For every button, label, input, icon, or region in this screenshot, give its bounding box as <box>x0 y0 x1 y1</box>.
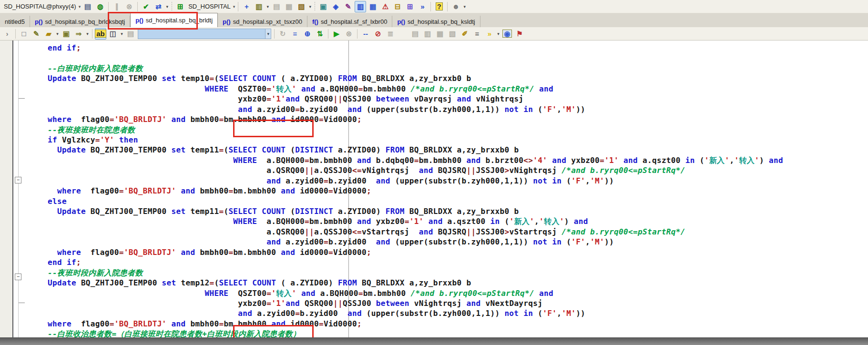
web-globe-icon[interactable]: ◍ <box>94 1 106 12</box>
numbered-doc-icon[interactable]: ⊟ <box>392 1 403 12</box>
tab-ntitled5[interactable]: ntitled5 <box>0 16 30 27</box>
session-tree-icon[interactable]: ⊞ <box>174 1 186 12</box>
export-folder-icon[interactable]: ▧ <box>296 1 307 12</box>
beautify-icon[interactable]: ✐ <box>459 28 470 40</box>
db-export-icon-dropdown[interactable]: ▾ <box>85 29 90 39</box>
debug-disabled-icon[interactable]: ⊘ <box>372 28 384 40</box>
session-selector[interactable]: SD_HOSPITAL@phxyy(4) ▾ <box>2 1 82 12</box>
edit-doc-icon[interactable]: ✎ <box>342 1 354 12</box>
code-editor[interactable]: − − end if;--白班时段内新入院患者数Update BQ_ZHTJ00… <box>0 41 868 337</box>
tab-sd_hospital.sf_sf_lxbr00[interactable]: f()sd_hospital.sf_sf_lxbr00 <box>307 16 392 27</box>
schema-selector[interactable]: SD_HOSPITAL ▾ <box>186 1 236 12</box>
code-line[interactable]: where flag00='BQ_BRLDTJ' and bmbh00=bm.b… <box>48 114 868 124</box>
execute-icon[interactable]: ▶ <box>331 28 342 40</box>
save-icon: ▣ <box>63 30 70 37</box>
chevron-down-icon[interactable]: ▾ <box>233 4 235 9</box>
sql-analyze-icon[interactable]: ⚠ <box>379 1 391 12</box>
comment-icon: -- <box>363 30 368 37</box>
code-line[interactable]: --夜班接班时在院患者数 <box>48 125 868 135</box>
code-line[interactable]: --白班时段内新入院患者数 <box>48 63 868 73</box>
user-preferences-icon[interactable]: ☻ <box>450 1 461 12</box>
code-line[interactable]: --夜班时段内新入院患者数 <box>48 268 868 278</box>
tab-sd_hospital.sp_bq_brldksbqtj[interactable]: p()sd_hospital.sp_bq_brldksbqtj <box>30 16 130 27</box>
add-session-icon[interactable]: + <box>241 1 252 12</box>
find-input[interactable]: ▾ <box>138 29 271 39</box>
code-line[interactable] <box>48 53 868 63</box>
code-line[interactable]: where flag00='BQ_BRLDTJ' and bmbh00=bm.b… <box>48 247 868 257</box>
code-line[interactable]: WHERE QSZT00='转入' and a.BQH000=bm.bmbh00… <box>48 84 868 94</box>
rollback-icon-dropdown[interactable]: ▾ <box>164 2 170 11</box>
org-chart-icon[interactable]: ⊞ <box>404 1 416 12</box>
sql-doc-icon[interactable]: ≡ <box>289 28 301 40</box>
toolbar-separator <box>92 29 92 39</box>
code-line[interactable]: Update BQ_ZHTJ00_TEMP00 set temp12=(SELE… <box>48 278 868 288</box>
code-line[interactable]: where flag00='BQ_BRLDTJ' and bmbh00=bm.b… <box>48 319 868 329</box>
outline-icon[interactable]: ≡ <box>471 28 483 40</box>
code-line[interactable]: and a.zyid00=b.zyid00 and (upper(substr(… <box>48 104 868 114</box>
new-document-icon[interactable]: □ <box>18 28 30 40</box>
tab-sd_hospital.sp_bq_brldtj[interactable]: p()sd_hospital.sp_bq_brldtj <box>130 13 218 27</box>
code-line[interactable]: Update BQ_ZHTJ00_TEMP00 set temp10=(SELE… <box>48 73 868 83</box>
split-window-icon[interactable]: ◫ <box>107 28 119 40</box>
overflow-chevron-icon[interactable]: › <box>1 28 13 40</box>
open-folder-icon-dropdown[interactable]: ▾ <box>55 29 60 39</box>
code-line[interactable]: Update BQ_ZHTJ00_TEMP00 set temp11=(SELE… <box>48 206 868 216</box>
hint-icon[interactable]: ◉ <box>501 28 513 40</box>
report-window-icon[interactable]: ▣ <box>317 1 329 12</box>
sql-window-icon[interactable]: ▥ <box>355 1 366 12</box>
code-line[interactable]: a.QSRQ00||a.QSSJ00<=vNightrqsj and BQJSR… <box>48 165 868 175</box>
next-marker-icon[interactable]: » <box>484 28 495 40</box>
split-window-icon: ◫ <box>110 30 116 37</box>
next-marker-icon-dropdown[interactable]: ▾ <box>496 29 501 39</box>
substitution-variables-icon[interactable]: ab <box>95 28 106 40</box>
code-line[interactable]: WHERE QSZT00='转入' and a.BQH000=bm.bmbh00… <box>48 288 868 298</box>
bottom-scrollbar[interactable] <box>0 337 868 345</box>
code-line[interactable]: --白班收治患者数=（白班接班时在院患者数+白班时段内新入院患者数） <box>48 329 868 337</box>
code-line[interactable]: WHERE a.BQH000=bm.bmbh00 and b.dqbq00=bm… <box>48 155 868 165</box>
code-line[interactable]: a.QSRQ00||a.QSSJ00<=vStartrqsj and BQJSR… <box>48 227 868 237</box>
chevron-down-icon[interactable]: ▾ <box>265 29 271 39</box>
comment-icon[interactable]: -- <box>360 28 371 40</box>
code-line[interactable]: end if; <box>48 257 868 267</box>
save-icon[interactable]: ▣ <box>61 28 72 40</box>
split-window-icon-dropdown[interactable]: ▾ <box>119 29 124 39</box>
compare-icon[interactable]: ⇅ <box>314 28 326 40</box>
db-gear-icon[interactable]: ▤ <box>82 1 93 12</box>
fast-forward-icon[interactable]: » <box>417 1 428 12</box>
open-folder-icon[interactable]: ▰ <box>43 28 54 40</box>
help-icon: ? <box>436 2 443 10</box>
code-line[interactable]: and a.zyid00=b.zyid00 and (upper(substr(… <box>48 308 868 318</box>
code-line[interactable]: where flag00='BQ_BRLDTJ' and bmbh00=bm.b… <box>48 186 868 196</box>
calendar-icon[interactable]: ▦ <box>367 1 378 12</box>
code-line[interactable]: and a.zyid00=b.zyid00 and (upper(substr(… <box>48 176 868 186</box>
db-wheel-icon[interactable]: ◈ <box>330 1 341 12</box>
code-line[interactable]: if Vglzkcy='Y' then <box>48 135 868 145</box>
help-icon[interactable]: ? <box>433 1 445 12</box>
code-line[interactable]: end if; <box>48 43 868 53</box>
user-preferences-icon-dropdown[interactable]: ▾ <box>462 2 467 11</box>
modify-document-icon[interactable]: ✎ <box>31 28 42 40</box>
code-line[interactable]: else <box>48 196 868 206</box>
code-line[interactable]: yxbz00='1'and QSRQ00||QSSJ00 between vNi… <box>48 298 868 308</box>
toolbar-separator <box>238 2 238 11</box>
tab-label: ntitled5 <box>5 18 25 25</box>
rollback-icon[interactable]: ⇄ <box>153 1 164 12</box>
db-1010-icon[interactable]: ▥ <box>253 1 265 12</box>
chevron-down-icon[interactable]: ▾ <box>79 4 81 9</box>
commit-icon[interactable]: ✔ <box>140 1 152 12</box>
db-1010-icon-dropdown[interactable]: ▾ <box>265 2 270 11</box>
tab-sd_hospital.sp_bq_ksldtj[interactable]: p()sd_hospital.sp_bq_ksldtj <box>392 16 480 27</box>
add-db-icon[interactable]: ⊕ <box>302 28 313 40</box>
code-line[interactable]: and a.zyid00=b.zyid00 and (upper(substr(… <box>48 237 868 247</box>
rollback-icon: ⇄ <box>155 3 162 10</box>
export-folder-icon-dropdown[interactable]: ▾ <box>307 2 313 11</box>
tab-sd_hospital.sp_xt_tsxz00[interactable]: p()sd_hospital.sp_xt_tsxz00 <box>218 16 307 27</box>
code-line[interactable]: yxbz00='1'and QSRQ00||QSSJ00 between vDa… <box>48 94 868 104</box>
flag-db-icon[interactable]: ⚑ <box>514 28 525 40</box>
beautify-icon: ✐ <box>462 30 468 37</box>
code-line[interactable]: Update BQ_ZHTJ00_TEMP00 set temp11=(SELE… <box>48 145 868 155</box>
db-export-icon[interactable]: ⇒ <box>73 28 84 40</box>
main-toolbar: SD_HOSPITAL@phxyy(4) ▾ ▤◍∥⊗✔⇄▾⊞ SD_HOSPI… <box>0 0 868 13</box>
code-line[interactable]: WHERE a.BQH000=bm.bmbh00 and yxbz00='1' … <box>48 216 868 226</box>
code-text[interactable]: end if;--白班时段内新入院患者数Update BQ_ZHTJ00_TEM… <box>0 41 868 337</box>
